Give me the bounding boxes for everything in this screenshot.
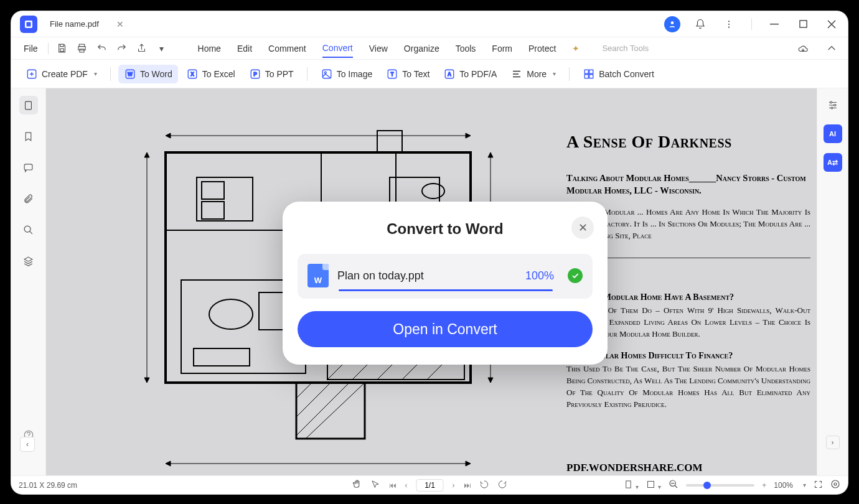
modal-close-button[interactable]: ✕: [571, 217, 594, 239]
modal-progress-bar: [339, 289, 553, 291]
modal-file-row: W Plan on today.ppt 100%: [298, 254, 593, 299]
success-check-icon: [568, 268, 583, 283]
modal-title: Convert to Word: [298, 220, 593, 238]
convert-modal: ✕ Convert to Word W Plan on today.ppt 10…: [283, 202, 608, 365]
modal-file-name: Plan on today.ppt: [337, 269, 517, 282]
open-in-convert-button[interactable]: Open in Convert: [298, 311, 593, 347]
word-file-icon: W: [307, 264, 329, 287]
modal-backdrop: ✕ Convert to Word W Plan on today.ppt 10…: [11, 11, 848, 494]
app-window: File name.pdf ✕ File ▾ Home Edit Comment…: [11, 11, 848, 494]
modal-progress-percent: 100%: [525, 269, 554, 282]
